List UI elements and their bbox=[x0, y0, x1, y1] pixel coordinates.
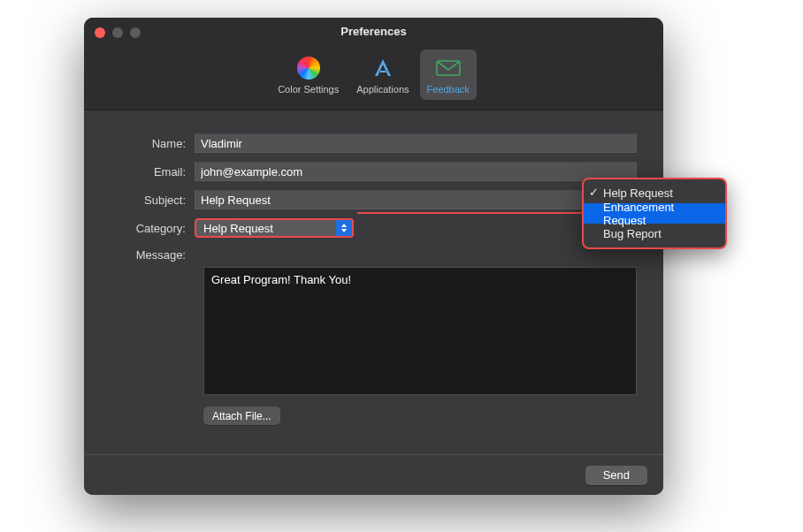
tab-label: Applications bbox=[356, 84, 409, 95]
tab-feedback[interactable]: Feedback bbox=[420, 49, 477, 100]
color-wheel-icon bbox=[295, 55, 322, 81]
name-label: Name: bbox=[111, 137, 195, 150]
menu-item-enhancement-request[interactable]: Enhancement Request bbox=[584, 203, 725, 224]
menu-item-bug-report[interactable]: Bug Report bbox=[584, 224, 725, 244]
category-value: Help Request bbox=[203, 222, 273, 235]
attach-file-button[interactable]: Attach File... bbox=[203, 407, 280, 425]
toolbar-tabs: Color Settings Applications Feedback bbox=[84, 49, 663, 100]
email-label: Email: bbox=[111, 165, 195, 179]
send-button[interactable]: Send bbox=[585, 466, 647, 485]
category-dropdown-menu: ✓ Help Request Enhancement Request Bug R… bbox=[582, 178, 727, 249]
feedback-icon bbox=[435, 55, 462, 81]
message-label: Message: bbox=[111, 247, 195, 262]
category-select[interactable]: Help Request bbox=[195, 218, 354, 238]
footer: Send bbox=[84, 454, 663, 495]
email-field[interactable] bbox=[195, 162, 637, 181]
tab-label: Feedback bbox=[427, 84, 470, 95]
preferences-window: Preferences Color Settings Applications bbox=[84, 18, 663, 495]
menu-item-label: Help Request bbox=[603, 186, 673, 200]
category-label: Category: bbox=[111, 222, 195, 235]
annotation-connector bbox=[357, 212, 584, 214]
tab-applications[interactable]: Applications bbox=[349, 49, 416, 100]
name-field[interactable] bbox=[195, 133, 637, 153]
menu-item-label: Bug Report bbox=[603, 227, 662, 240]
applications-icon bbox=[370, 55, 396, 81]
stepper-arrows-icon bbox=[336, 220, 352, 236]
subject-label: Subject: bbox=[111, 194, 195, 207]
menu-item-label: Enhancement Request bbox=[603, 201, 716, 227]
tab-label: Color Settings bbox=[278, 84, 339, 95]
checkmark-icon: ✓ bbox=[589, 186, 599, 199]
message-field[interactable] bbox=[203, 267, 637, 395]
feedback-form: Name: Email: Subject: Category: Help Req… bbox=[84, 110, 663, 441]
titlebar: Preferences Color Settings Applications bbox=[84, 18, 663, 110]
tab-color-settings[interactable]: Color Settings bbox=[271, 49, 346, 100]
subject-field[interactable] bbox=[195, 190, 637, 209]
window-title: Preferences bbox=[84, 25, 663, 38]
